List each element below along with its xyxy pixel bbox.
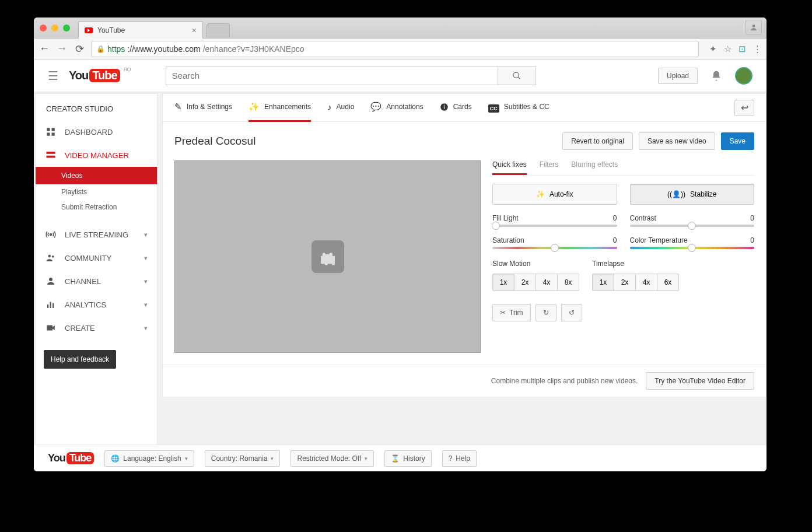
slider-thumb[interactable] (551, 244, 559, 252)
youtube-favicon (85, 27, 93, 33)
tab-annotations[interactable]: 💬Annotations (370, 94, 423, 122)
sidebar-live-streaming[interactable]: LIVE STREAMING ▾ (36, 223, 157, 246)
minimize-window[interactable] (51, 24, 58, 32)
language-button[interactable]: 🌐Language: English▾ (104, 450, 194, 467)
sidebar-video-manager[interactable]: VIDEO MANAGER (36, 144, 157, 167)
save-button[interactable]: Save (721, 132, 754, 150)
trim-button[interactable]: ✂Trim (492, 304, 531, 321)
tab-title: YouTube (97, 26, 125, 34)
close-window[interactable] (40, 24, 47, 32)
lapse-6x[interactable]: 6x (657, 274, 679, 291)
slow-8x[interactable]: 8x (557, 274, 579, 291)
contrast-track[interactable] (630, 225, 755, 227)
upload-button[interactable]: Upload (658, 68, 698, 84)
globe-icon: 🌐 (111, 454, 120, 463)
dashboard-icon (45, 126, 57, 138)
chrome-profile-button[interactable] (746, 20, 762, 35)
sidebar-create[interactable]: CREATE ▾ (36, 316, 157, 340)
help-button[interactable]: ?Help (442, 450, 477, 467)
notifications-icon[interactable] (710, 70, 722, 82)
tab-info[interactable]: ✎Info & Settings (174, 94, 232, 122)
lapse-1x[interactable]: 1x (592, 274, 614, 291)
speech-icon: 💬 (370, 102, 382, 112)
pencil-icon: ✎ (174, 102, 182, 112)
slider-temperature: Color Temperature0 (630, 236, 755, 249)
search-button[interactable] (498, 66, 536, 85)
revert-button[interactable]: Revert to original (562, 132, 633, 150)
reload-button[interactable]: ⟳ (74, 43, 85, 55)
slow-4x[interactable]: 4x (536, 274, 558, 291)
url-input[interactable]: 🔒 https://www.youtube.com/enhance?v=J3H0… (91, 41, 699, 57)
slider-grid: Fill Light0 Saturation0 Cont (492, 214, 754, 249)
sidebar-item-label: CHANNEL (65, 277, 101, 286)
lapse-4x[interactable]: 4x (635, 274, 657, 291)
slow-2x[interactable]: 2x (514, 274, 536, 291)
help-feedback-button[interactable]: Help and feedback (44, 350, 116, 369)
browser-window: YouTube × ← → ⟳ 🔒 https://www.youtube.co… (34, 18, 766, 471)
video-preview[interactable] (174, 160, 481, 353)
sidebar-sub-videos[interactable]: Videos (36, 167, 157, 184)
slider-thumb[interactable] (492, 222, 500, 230)
stabilize-button[interactable]: ((👤))Stabilize (630, 184, 755, 205)
browser-tab[interactable]: YouTube × (78, 21, 203, 38)
chevron-down-icon: ▾ (144, 324, 148, 332)
slider-thumb[interactable] (688, 244, 696, 252)
main-card: ✎Info & Settings ✨Enhancements ♪Audio 💬A… (162, 93, 766, 397)
sidebar-channel[interactable]: CHANNEL ▾ (36, 270, 157, 293)
sidebar-community[interactable]: COMMUNITY ▾ (36, 246, 157, 270)
lapse-2x[interactable]: 2x (614, 274, 636, 291)
search-input[interactable] (166, 66, 498, 85)
url-protocol: https (107, 44, 125, 54)
sidebar-dashboard[interactable]: DASHBOARD (36, 120, 157, 144)
menu-icon[interactable]: ⋮ (753, 44, 762, 54)
video-editor-button[interactable]: Try the YouTube Video Editor (646, 372, 754, 390)
footer-logo[interactable]: YouTube (48, 452, 94, 464)
close-tab-icon[interactable]: × (192, 26, 197, 35)
title-actions: Revert to original Save as new video Sav… (562, 132, 754, 150)
autofix-button[interactable]: ✨Auto-fix (492, 184, 617, 205)
svg-point-0 (752, 24, 755, 27)
tab-audio[interactable]: ♪Audio (327, 94, 354, 122)
slider-thumb[interactable] (688, 222, 696, 230)
sidebar-item-label: LIVE STREAMING (65, 230, 128, 239)
avatar[interactable] (735, 67, 752, 85)
restricted-button[interactable]: Restricted Mode: Off▾ (290, 450, 374, 467)
fixtab-filters[interactable]: Filters (540, 160, 559, 175)
editor-row: Quick fixes Filters Blurring effects ✨Au… (163, 160, 766, 365)
sidebar-item-label: DASHBOARD (65, 128, 113, 136)
maximize-window[interactable] (63, 24, 70, 32)
lock-icon: 🔒 (96, 45, 105, 53)
extension-icon[interactable]: ✦ (709, 44, 717, 54)
back-arrow-button[interactable]: ↩ (734, 100, 754, 116)
history-button[interactable]: ⌛History (384, 450, 431, 467)
tab-enhancements[interactable]: ✨Enhancements (249, 94, 311, 122)
saturation-track[interactable] (492, 247, 617, 249)
chevron-down-icon: ▾ (144, 301, 148, 309)
bookmark-icon[interactable]: ☆ (724, 44, 732, 54)
svg-rect-18 (444, 106, 444, 108)
svg-rect-16 (47, 326, 52, 331)
tab-cc[interactable]: CCSubtitles & CC (488, 94, 550, 122)
sidebar-analytics[interactable]: ANALYTICS ▾ (36, 293, 157, 316)
save-as-button[interactable]: Save as new video (639, 132, 715, 150)
back-button[interactable]: ← (38, 43, 50, 55)
fixtab-quick[interactable]: Quick fixes (492, 160, 527, 175)
forward-button[interactable]: → (56, 43, 68, 55)
tab-cards[interactable]: Cards (440, 94, 472, 122)
fill-light-track[interactable] (492, 225, 617, 227)
channel-icon (45, 275, 57, 287)
temperature-track[interactable] (630, 247, 755, 249)
sidebar-sub-retraction[interactable]: Submit Retraction (36, 200, 157, 215)
sidebar-sub-playlists[interactable]: Playlists (36, 184, 157, 200)
rotate-cw-button[interactable]: ↻ (536, 304, 556, 321)
fixtab-blur[interactable]: Blurring effects (571, 160, 618, 175)
slow-1x[interactable]: 1x (492, 274, 514, 291)
youtube-logo[interactable]: YouTube RO (69, 69, 120, 82)
hamburger-icon[interactable]: ☰ (48, 69, 58, 83)
rotate-ccw-button[interactable]: ↺ (561, 304, 582, 321)
new-tab-button[interactable] (206, 23, 230, 37)
rotate-ccw-icon: ↺ (569, 309, 575, 317)
cast-icon[interactable]: ⊡ (738, 44, 746, 54)
country-button[interactable]: Country: Romania▾ (205, 450, 281, 467)
sidebar-item-label: ANALYTICS (65, 300, 106, 309)
